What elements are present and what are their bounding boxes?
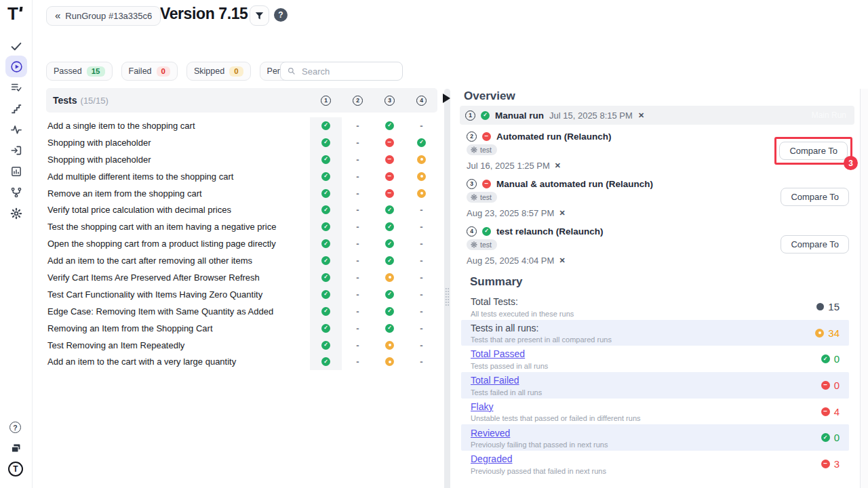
table-row[interactable]: Removing an Item from the Shopping Cart✓… xyxy=(46,320,437,337)
passed-icon: ✓ xyxy=(385,290,394,299)
summary-title: Summary xyxy=(470,276,860,288)
run-date: Aug 23, 2025 8:57 PM xyxy=(467,208,554,218)
table-row[interactable]: Test Removing an Item Repeatedly✓-- xyxy=(46,337,437,354)
summary-link[interactable]: Flaky xyxy=(471,401,493,412)
passed-icon: ✓ xyxy=(321,172,330,181)
summary-count: 34 xyxy=(828,327,840,339)
summary-row: Total Tests: All tests executed in these… xyxy=(461,293,849,320)
back-to-rungroup-button[interactable]: « RunGroup #13a335c6 xyxy=(46,6,161,26)
status-cell: - xyxy=(342,320,374,337)
table-row[interactable]: Open the shopping cart from a product li… xyxy=(46,235,437,252)
branch-icon[interactable] xyxy=(10,186,22,199)
help-button[interactable]: ? xyxy=(274,8,288,22)
run-number-icon[interactable]: 4 xyxy=(416,96,427,106)
table-row[interactable]: Shopping with placeholder✓-− xyxy=(46,151,437,168)
search-input[interactable] xyxy=(300,66,396,77)
testomat-logo-icon: T xyxy=(7,3,18,24)
list-check-icon[interactable] xyxy=(10,81,22,94)
summary-row: Total Failed Tests failed in all runs −0 xyxy=(461,372,849,399)
summary-label: Total Tests: xyxy=(471,296,518,307)
table-row[interactable]: Edge Case: Removing Item with Same Quant… xyxy=(46,303,437,320)
filter-chip-passed[interactable]: Passed 15 xyxy=(46,62,113,81)
table-row[interactable]: Add a single item to the shopping cart✓-… xyxy=(46,117,437,134)
run-tag[interactable]: test xyxy=(467,192,497,203)
summary-link[interactable]: Revieved xyxy=(471,428,510,439)
table-row[interactable]: Remove an item from the shopping cart✓-− xyxy=(46,185,437,202)
pulse-icon[interactable] xyxy=(10,123,22,136)
status-cell: - xyxy=(342,201,374,218)
help-circle-icon[interactable]: ? xyxy=(9,422,21,433)
summary-row-text: Total Failed Tests failed in all runs xyxy=(471,374,821,396)
import-icon[interactable] xyxy=(10,144,22,157)
run-number-icon[interactable]: 1 xyxy=(321,96,331,106)
passed-icon: ✓ xyxy=(321,307,330,316)
table-title-text: Tests xyxy=(53,95,77,106)
compare-to-button[interactable]: Compare To xyxy=(781,235,849,253)
passed-icon: ✓ xyxy=(481,111,490,120)
passed-icon: ✓ xyxy=(321,189,330,198)
comparison-panel: Overview 1✓ Manual run Jul 15, 2025 8:15… xyxy=(450,88,860,477)
run-number-icon[interactable]: 3 xyxy=(384,96,395,106)
icon-sidebar: T ? T xyxy=(0,0,33,488)
status-cell xyxy=(374,353,406,370)
compare-to-button[interactable]: Compare To xyxy=(779,142,848,160)
run-item-main[interactable]: 1✓ Manual run Jul 15, 2025 8:15 PM ✕ Mai… xyxy=(460,106,854,125)
run-number-icon[interactable]: 4 xyxy=(467,226,477,237)
run-number-icon[interactable]: 1 xyxy=(465,110,475,121)
table-row[interactable]: Add an item to the cart with a very larg… xyxy=(46,353,437,370)
run-number-icon[interactable]: 2 xyxy=(467,131,477,142)
docs-icon[interactable] xyxy=(9,442,22,455)
test-name: Add a single item to the shopping cart xyxy=(46,121,310,131)
report-icon[interactable] xyxy=(10,165,22,178)
summary-row-text: Total Passed Tests passed in all runs xyxy=(471,348,821,370)
filter-button[interactable] xyxy=(250,5,269,26)
run-number-icon[interactable]: 3 xyxy=(467,179,477,189)
test-name: Removing an Item from the Shopping Cart xyxy=(46,323,310,333)
table-row[interactable]: Test the shopping cart with an item havi… xyxy=(46,218,437,235)
status-cell: − xyxy=(374,134,406,151)
check-icon[interactable] xyxy=(10,40,22,52)
summary-link[interactable]: Total Passed xyxy=(471,348,525,359)
run-tag[interactable]: test xyxy=(467,144,497,155)
status-cell: - xyxy=(406,235,437,252)
scrollbar[interactable] xyxy=(860,89,868,488)
filter-chip-skipped[interactable]: Skipped 0 xyxy=(186,62,251,81)
summary-link[interactable]: Total Failed xyxy=(471,375,519,386)
status-cell: - xyxy=(342,353,374,370)
play-circle-icon[interactable] xyxy=(5,56,27,77)
summary-value: −3 xyxy=(821,458,840,470)
close-icon[interactable]: ✕ xyxy=(559,209,565,218)
close-icon[interactable]: ✕ xyxy=(555,161,561,170)
run-item[interactable]: 2− Automated run (Relaunch) test Jul 16,… xyxy=(467,131,854,171)
filter-chip-failed[interactable]: Failed 0 xyxy=(121,62,178,81)
status-cell: ✓ xyxy=(374,218,406,235)
annotation-box: Compare To 3 xyxy=(774,137,852,165)
close-icon[interactable]: ✕ xyxy=(559,256,565,265)
status-cell: ✓ xyxy=(310,117,342,134)
chip-count-badge: 0 xyxy=(229,66,243,77)
table-row[interactable]: Test Cart Functionality with Items Havin… xyxy=(46,286,437,303)
status-cell: ✓ xyxy=(374,320,406,337)
table-row[interactable]: Add multiple different items to the shop… xyxy=(46,168,437,185)
run-tag[interactable]: test xyxy=(467,239,497,250)
table-row[interactable]: Add an item to the cart after removing a… xyxy=(46,252,437,269)
run-number-icon[interactable]: 2 xyxy=(353,96,363,106)
compare-to-button[interactable]: Compare To xyxy=(781,188,849,206)
drag-handle[interactable] xyxy=(445,287,450,306)
close-icon[interactable]: ✕ xyxy=(638,111,644,120)
collapse-panel-arrow-icon[interactable] xyxy=(443,94,450,103)
search-box[interactable] xyxy=(280,62,403,81)
table-row[interactable]: Shopping with placeholder✓-−✓ xyxy=(46,134,437,151)
stairs-icon[interactable] xyxy=(10,102,22,115)
account-logo-icon[interactable]: T xyxy=(8,462,23,476)
table-row[interactable]: Verify total price calculation with deci… xyxy=(46,201,437,218)
gear-icon[interactable] xyxy=(10,207,22,220)
summary-link[interactable]: Degraded xyxy=(471,453,513,464)
run-item[interactable]: 4✓ test relaunch (Relaunch) test Aug 25,… xyxy=(467,226,854,266)
passed-icon: ✓ xyxy=(321,273,330,282)
total-dot-icon xyxy=(816,303,824,310)
run-item[interactable]: 3− Manual & automated run (Relaunch) tes… xyxy=(467,178,854,219)
table-row[interactable]: Verify Cart Items Are Preserved After Br… xyxy=(46,269,437,286)
page-title: Version 7.15 xyxy=(160,5,248,23)
passed-icon: ✓ xyxy=(385,239,394,248)
